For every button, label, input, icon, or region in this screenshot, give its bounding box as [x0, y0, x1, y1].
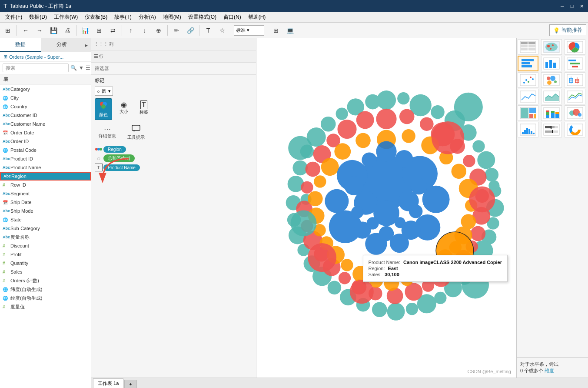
page-tab-new[interactable]: +: [124, 380, 136, 388]
svg-rect-207: [524, 130, 526, 134]
datasource-label[interactable]: ⊞ Orders (Sample - Super...: [0, 52, 91, 62]
filter-icon[interactable]: ▼: [79, 65, 84, 71]
field-country[interactable]: 🌐 Country: [0, 102, 91, 111]
field-quantity[interactable]: # Quantity: [0, 259, 91, 268]
chart-type-histogram[interactable]: [518, 122, 538, 137]
menu-worksheet[interactable]: 工作表(W): [50, 13, 81, 22]
smart-recommend-button[interactable]: 💡 智能推荐: [549, 24, 586, 36]
field-ship-date[interactable]: 📅 Ship Date: [0, 198, 91, 207]
field-latitude[interactable]: 🌐 纬度(自动生成): [0, 285, 91, 294]
svg-rect-164: [572, 66, 578, 67]
chart-type-bullet[interactable]: [541, 122, 562, 137]
toolbar-group[interactable]: ⊕: [153, 24, 165, 37]
field-orders-count[interactable]: # Orders (计数): [0, 276, 91, 285]
region-pill[interactable]: Region: [103, 146, 126, 153]
field-profit[interactable]: # Profit: [0, 250, 91, 259]
maximize-button[interactable]: □: [569, 3, 575, 9]
toolbar-saveas[interactable]: 🖨: [61, 24, 73, 37]
toolbar-chart[interactable]: 📊: [79, 24, 91, 37]
field-region[interactable]: Abc Region: [0, 172, 91, 181]
menu-help[interactable]: 帮助(H): [245, 13, 269, 22]
field-sales[interactable]: # Sales: [0, 268, 91, 276]
chart-type-text-table[interactable]: [518, 39, 538, 55]
marks-label-button[interactable]: T 标签: [136, 98, 152, 120]
rows-shelf[interactable]: ☰ 行: [91, 50, 256, 63]
field-customer-id[interactable]: Abc Customer ID: [0, 111, 91, 120]
menu-data[interactable]: 数据(D): [26, 13, 50, 22]
toolbar-sort-asc[interactable]: ↑: [125, 24, 137, 37]
field-product-id[interactable]: Abc Product ID: [0, 154, 91, 163]
toolbar-star[interactable]: ☆: [216, 24, 228, 37]
chart-type-box[interactable]: [565, 72, 585, 88]
toolbar-sort-desc[interactable]: ↓: [139, 24, 151, 37]
field-measure-values[interactable]: # 度量值: [0, 302, 91, 311]
search-icon[interactable]: 🔍: [70, 65, 77, 71]
field-customer-name[interactable]: Abc Customer Name: [0, 120, 91, 128]
view-fit-dropdown[interactable]: 标准 ▾: [234, 25, 264, 36]
field-postal-code[interactable]: 🌐 Postal Code: [0, 146, 91, 154]
recommend-link[interactable]: 维度: [545, 368, 554, 373]
toolbar-device[interactable]: 💻: [284, 24, 296, 37]
chart-type-dual-line[interactable]: [565, 89, 585, 104]
sales-pill[interactable]: 总和(Sales): [103, 154, 135, 162]
toolbar-home[interactable]: ⊞: [2, 24, 14, 37]
field-order-id[interactable]: Abc Order ID: [0, 137, 91, 146]
field-ship-mode[interactable]: Abc Ship Mode: [0, 207, 91, 215]
menu-file[interactable]: 文件(F): [2, 13, 26, 22]
toolbar-back[interactable]: ←: [20, 24, 32, 37]
field-product-name[interactable]: Abc Product Name: [0, 163, 91, 172]
menu-analysis[interactable]: 分析(A): [135, 13, 159, 22]
field-city[interactable]: 🌐 City: [0, 94, 91, 102]
menu-map[interactable]: 地图(M): [159, 13, 185, 22]
sidebar-tab-arrow[interactable]: ▸: [82, 38, 91, 52]
menu-dashboard[interactable]: 仪表板(B): [81, 13, 111, 22]
field-state[interactable]: 🌐 State: [0, 215, 91, 224]
search-input[interactable]: [3, 64, 69, 72]
field-segment[interactable]: Abc Segment: [0, 189, 91, 198]
sidebar-tab-analysis[interactable]: 分析: [41, 38, 83, 52]
menu-story[interactable]: 故事(T): [111, 13, 135, 22]
chart-type-bar-h[interactable]: [518, 56, 538, 71]
field-discount[interactable]: # Discount: [0, 241, 91, 250]
toolbar-fix[interactable]: ⊞: [270, 24, 282, 37]
chart-type-gantt[interactable]: [565, 56, 585, 71]
product-pill[interactable]: Product Name: [103, 164, 140, 171]
toolbar-table[interactable]: ⊞: [93, 24, 105, 37]
chart-type-area[interactable]: [541, 89, 562, 104]
toolbar-forward[interactable]: →: [33, 24, 46, 37]
field-category[interactable]: Abc Category: [0, 85, 91, 94]
minimize-button[interactable]: ─: [559, 3, 565, 9]
marks-color-button[interactable]: 颜色: [95, 98, 112, 120]
close-button[interactable]: ✕: [578, 3, 585, 9]
field-order-date[interactable]: 📅 Order Date: [0, 128, 91, 137]
chart-type-line[interactable]: [518, 89, 538, 104]
chart-type-circle[interactable]: [541, 72, 562, 88]
toolbar-text[interactable]: T: [202, 24, 214, 37]
chart-type-bar-stacked[interactable]: [541, 105, 562, 121]
field-sub-category[interactable]: Abc Sub-Category: [0, 224, 91, 233]
marks-size-button[interactable]: ◉ 大小: [116, 98, 132, 120]
menu-format[interactable]: 设置格式(O): [185, 13, 220, 22]
marks-tooltip-button[interactable]: 工具提示: [123, 123, 149, 143]
chart-type-donut[interactable]: [565, 122, 585, 137]
toolbar-link[interactable]: 🔗: [184, 24, 196, 37]
marks-type-select[interactable]: ○ 圆 ▾: [95, 87, 113, 96]
field-measure-names[interactable]: Abc 度量名称: [0, 233, 91, 241]
toolbar-pen[interactable]: ✏: [170, 24, 183, 37]
chart-type-bar-v[interactable]: [541, 56, 562, 71]
sidebar-tab-data[interactable]: 数据: [0, 38, 41, 52]
page-tab-worksheet[interactable]: 工作表 1a: [93, 378, 123, 388]
chart-type-pie[interactable]: [565, 39, 585, 55]
chart-type-treemap[interactable]: [518, 105, 538, 121]
view-toggle-icon[interactable]: ☰: [86, 65, 90, 71]
toolbar-swap[interactable]: ⇄: [107, 24, 119, 37]
marks-detail-button[interactable]: ⋯ 详细信息: [95, 123, 120, 143]
chart-type-scatter[interactable]: [518, 72, 538, 88]
toolbar-save[interactable]: 💾: [47, 24, 60, 37]
chart-type-map-1[interactable]: [541, 39, 562, 55]
field-row-id[interactable]: # Row ID: [0, 181, 91, 189]
field-longitude[interactable]: 🌐 经度(自动生成): [0, 294, 91, 302]
columns-shelf[interactable]: ⋮⋮⋮ 列: [91, 38, 256, 50]
menu-window[interactable]: 窗口(N): [220, 13, 245, 22]
chart-type-bubble[interactable]: [565, 105, 585, 121]
